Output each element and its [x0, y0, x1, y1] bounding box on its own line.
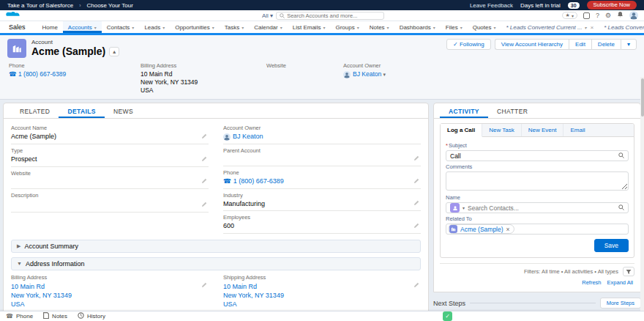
save-button[interactable]: Save: [594, 239, 629, 252]
section-address-information[interactable]: ▼ Address Information: [11, 257, 421, 270]
comments-textarea[interactable]: [446, 171, 629, 191]
global-search[interactable]: [276, 12, 384, 20]
log-a-call-composer: Log a Call New Task New Event Email *Sub…: [440, 123, 634, 258]
tab-activity[interactable]: Activity: [440, 103, 488, 118]
vertical-scrollbar[interactable]: [640, 77, 644, 311]
billing-address-link[interactable]: USA: [11, 300, 25, 308]
following-button[interactable]: ✓ Following: [446, 39, 491, 50]
related-to-pill[interactable]: Acme (Sample) ×: [448, 224, 514, 234]
filter-funnel-icon[interactable]: [623, 267, 634, 276]
choose-tour-link[interactable]: Choose Your Tour: [86, 2, 132, 9]
search-scope-dropdown[interactable]: All ▾: [262, 12, 273, 19]
nav-tab-list-emails[interactable]: List Emails▾: [288, 21, 331, 33]
subscribe-now-button[interactable]: Subscribe Now: [587, 1, 637, 10]
view-account-hierarchy-button[interactable]: View Account Hierarchy: [495, 39, 569, 50]
nav-tab-home[interactable]: Home: [37, 21, 63, 33]
edit-pencil-icon[interactable]: [413, 222, 419, 230]
account-hierarchy-icon[interactable]: ▲: [109, 47, 119, 56]
subject-input[interactable]: [450, 152, 615, 160]
edit-pencil-icon[interactable]: [413, 199, 419, 207]
edit-pencil-icon[interactable]: [413, 155, 419, 163]
tab-details[interactable]: Details: [59, 103, 105, 118]
chevron-down-icon: ▾: [585, 25, 587, 30]
setup-gear-icon[interactable]: ⚙: [605, 12, 611, 19]
nav-tab-opportunities[interactable]: Opportunities▾: [170, 21, 220, 33]
main-content: Related Details News Account Name Acme (…: [0, 100, 644, 321]
billing-address-link[interactable]: 10 Main Rd: [11, 283, 45, 290]
nav-tab-accounts[interactable]: Accounts▾: [63, 21, 102, 33]
tab-email[interactable]: Email: [564, 124, 591, 136]
scrollbar-thumb[interactable]: [641, 78, 644, 117]
edit-pencil-icon[interactable]: [413, 177, 419, 185]
contact-icon: [450, 203, 460, 213]
search-input[interactable]: [287, 12, 381, 19]
nav-tab-calendar[interactable]: Calendar▾: [249, 21, 287, 33]
chevron-down-icon: ▾: [212, 25, 214, 30]
nav-tab-tasks[interactable]: Tasks▾: [220, 21, 249, 33]
note-icon: [43, 312, 49, 320]
nav-tab-report-leads-converted-current[interactable]: * Leads Converted Current ...▾×: [501, 21, 599, 33]
take-tour-link[interactable]: Take a Tour of Salesforce: [7, 2, 73, 9]
nav-tab-leads[interactable]: Leads▾: [139, 21, 170, 33]
trial-days-badge: 30: [568, 2, 580, 9]
favorites-star-icon[interactable]: ★▾: [562, 12, 577, 19]
search-icon[interactable]: [618, 204, 624, 212]
edit-button[interactable]: Edit: [569, 39, 591, 50]
chevron-down-icon: ▾: [460, 25, 463, 30]
guidance-box-icon[interactable]: [583, 12, 590, 19]
more-actions-dropdown[interactable]: ▾: [621, 39, 637, 50]
nav-tab-report-leads-converted-all-time[interactable]: * Leads Converted All Time▾×: [599, 21, 644, 33]
shipping-address-link[interactable]: New York, NY 31349: [223, 292, 284, 299]
edit-pencil-icon[interactable]: [413, 281, 419, 289]
edit-pencil-icon[interactable]: [201, 201, 207, 209]
section-account-summary[interactable]: ▶ Account Summary: [11, 240, 421, 253]
app-name: Sales: [9, 23, 26, 31]
edit-pencil-icon[interactable]: [201, 281, 207, 289]
tab-new-event[interactable]: New Event: [522, 124, 564, 136]
shipping-address-link[interactable]: 10 Main Rd: [223, 283, 257, 290]
refresh-link[interactable]: Refresh: [582, 279, 601, 286]
tab-log-a-call[interactable]: Log a Call: [441, 124, 482, 137]
utility-history[interactable]: History: [78, 312, 105, 320]
field-employees: Employees 600: [223, 213, 421, 234]
leave-feedback-link[interactable]: Leave Feedback: [470, 2, 513, 9]
notifications-bell-icon[interactable]: [617, 11, 624, 20]
nav-tab-files[interactable]: Files▾: [441, 21, 468, 33]
name-contact-lookup-input[interactable]: [468, 204, 615, 212]
edit-pencil-icon[interactable]: [201, 133, 207, 141]
chevron-down-icon: ▾: [280, 25, 282, 30]
more-steps-button[interactable]: More Steps: [600, 298, 641, 309]
nav-tab-contacts[interactable]: Contacts▾: [102, 21, 140, 33]
edit-pencil-icon[interactable]: [201, 155, 207, 163]
check-icon: ✓: [453, 41, 458, 48]
change-owner-icon[interactable]: ▾: [383, 72, 386, 77]
edit-pencil-icon[interactable]: [201, 177, 207, 185]
utility-phone[interactable]: ☎ Phone: [6, 313, 33, 320]
nav-tab-groups[interactable]: Groups▾: [330, 21, 364, 33]
user-avatar[interactable]: [629, 11, 638, 20]
remove-pill-icon[interactable]: ×: [506, 226, 510, 233]
nav-tab-notes[interactable]: Notes▾: [364, 21, 394, 33]
help-icon[interactable]: ?: [596, 12, 599, 19]
tab-related[interactable]: Related: [11, 103, 59, 118]
tab-new-task[interactable]: New Task: [482, 124, 522, 136]
search-icon[interactable]: [618, 152, 624, 160]
tab-news[interactable]: News: [105, 103, 142, 118]
chevron-down-icon: ▾: [433, 25, 435, 30]
nav-tab-quotes[interactable]: Quotes▾: [468, 21, 501, 33]
expand-all-link[interactable]: Expand All: [607, 279, 633, 286]
phone-link[interactable]: 1 (800) 667-6389: [18, 70, 66, 78]
close-icon[interactable]: ×: [591, 24, 594, 31]
chevron-down-icon[interactable]: ▾: [463, 205, 465, 210]
billing-address-link[interactable]: New York, NY 31349: [11, 292, 72, 299]
related-to-label: Related To: [446, 215, 629, 222]
tab-chatter[interactable]: Chatter: [488, 103, 536, 118]
nav-tab-dashboards[interactable]: Dashboards▾: [394, 21, 441, 33]
delete-button[interactable]: Delete: [591, 39, 621, 50]
account-owner-link[interactable]: BJ Keaton: [233, 133, 263, 140]
activity-column: Activity Chatter Log a Call New Task New…: [433, 103, 641, 321]
utility-notes[interactable]: Notes: [43, 312, 67, 320]
phone-link[interactable]: 1 (800) 667-6389: [233, 177, 284, 185]
shipping-address-link[interactable]: USA: [223, 300, 237, 308]
account-owner-link[interactable]: BJ Keaton: [353, 70, 381, 78]
